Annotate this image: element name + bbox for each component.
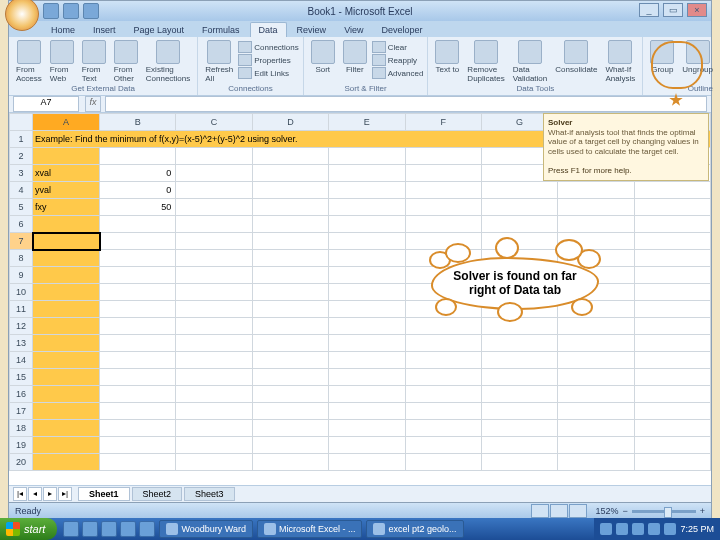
cell-A10[interactable] (33, 284, 100, 301)
column-header-B[interactable]: B (100, 114, 176, 131)
cell-B13[interactable] (100, 335, 176, 352)
cell-F3[interactable] (405, 165, 481, 182)
tray-icon[interactable] (616, 523, 628, 535)
sheet-nav-last[interactable]: ▸| (58, 487, 72, 501)
cell-F14[interactable] (405, 352, 481, 369)
cell-C20[interactable] (176, 454, 252, 471)
cell-C5[interactable] (176, 199, 252, 216)
cell-I6[interactable] (634, 216, 710, 233)
cell-C7[interactable] (176, 233, 252, 250)
cell-A3[interactable]: xval (33, 165, 100, 182)
ql-icon[interactable] (120, 521, 136, 537)
cell-D14[interactable] (252, 352, 328, 369)
row-header-17[interactable]: 17 (10, 403, 33, 420)
cell-I14[interactable] (634, 352, 710, 369)
ribbon-consolidate[interactable]: Consolidate (552, 39, 600, 84)
cell-D18[interactable] (252, 420, 328, 437)
cell-I10[interactable] (634, 284, 710, 301)
ribbon-sort[interactable]: Sort (308, 39, 338, 79)
cell-G10[interactable] (481, 284, 557, 301)
cell-B12[interactable] (100, 318, 176, 335)
ribbon-edit-links[interactable]: Edit Links (238, 67, 298, 79)
cell-E13[interactable] (329, 335, 405, 352)
cell-I13[interactable] (634, 335, 710, 352)
view-break-icon[interactable] (569, 504, 587, 518)
cell-G12[interactable] (481, 318, 557, 335)
view-normal-icon[interactable] (531, 504, 549, 518)
cell-F11[interactable] (405, 301, 481, 318)
cell-H16[interactable] (558, 386, 634, 403)
taskbar-item[interactable]: excel pt2 geolo... (366, 520, 463, 538)
zoom-out-icon[interactable]: − (622, 506, 627, 516)
cell-B6[interactable] (100, 216, 176, 233)
cell-H20[interactable] (558, 454, 634, 471)
cell-G7[interactable] (481, 233, 557, 250)
name-box[interactable]: A7 (13, 96, 79, 112)
cell-A5[interactable]: fxy (33, 199, 100, 216)
cell-F18[interactable] (405, 420, 481, 437)
cell-D20[interactable] (252, 454, 328, 471)
cell-C9[interactable] (176, 267, 252, 284)
taskbar-item[interactable]: Woodbury Ward (159, 520, 253, 538)
cell-B7[interactable] (100, 233, 176, 250)
ql-icon[interactable] (139, 521, 155, 537)
cell-E7[interactable] (329, 233, 405, 250)
row-header-10[interactable]: 10 (10, 284, 33, 301)
cell-G18[interactable] (481, 420, 557, 437)
cell-E5[interactable] (329, 199, 405, 216)
formula-bar[interactable] (105, 96, 707, 112)
cell-E3[interactable] (329, 165, 405, 182)
tab-insert[interactable]: Insert (85, 23, 124, 37)
tray-icon[interactable] (664, 523, 676, 535)
tab-home[interactable]: Home (43, 23, 83, 37)
cell-F17[interactable] (405, 403, 481, 420)
cell-C19[interactable] (176, 437, 252, 454)
row-header-2[interactable]: 2 (10, 148, 33, 165)
cell-A11[interactable] (33, 301, 100, 318)
cell-G15[interactable] (481, 369, 557, 386)
ribbon-text-to-columns[interactable]: Text to (432, 39, 462, 84)
cell-E2[interactable] (329, 148, 405, 165)
cell-H6[interactable] (558, 216, 634, 233)
cell-B20[interactable] (100, 454, 176, 471)
cell-D17[interactable] (252, 403, 328, 420)
ribbon-refresh-all[interactable]: Refresh All (202, 39, 236, 84)
cell-F5[interactable] (405, 199, 481, 216)
tray-icon[interactable] (600, 523, 612, 535)
cell-B14[interactable] (100, 352, 176, 369)
ribbon-remove-duplicates[interactable]: Remove Duplicates (464, 39, 507, 84)
close-button[interactable]: × (687, 3, 707, 17)
row-header-4[interactable]: 4 (10, 182, 33, 199)
cell-E14[interactable] (329, 352, 405, 369)
row-header-13[interactable]: 13 (10, 335, 33, 352)
cell-G6[interactable] (481, 216, 557, 233)
cell-D19[interactable] (252, 437, 328, 454)
ribbon-from-text[interactable]: From Text (79, 39, 109, 84)
cell-A18[interactable] (33, 420, 100, 437)
cell-A6[interactable] (33, 216, 100, 233)
cell-D9[interactable] (252, 267, 328, 284)
cell-G9[interactable] (481, 267, 557, 284)
tray-icon[interactable] (648, 523, 660, 535)
tab-developer[interactable]: Developer (373, 23, 430, 37)
minimize-button[interactable]: _ (639, 3, 659, 17)
cell-B10[interactable] (100, 284, 176, 301)
cell-D12[interactable] (252, 318, 328, 335)
row-header-11[interactable]: 11 (10, 301, 33, 318)
cell-I11[interactable] (634, 301, 710, 318)
cell-C10[interactable] (176, 284, 252, 301)
cell-F15[interactable] (405, 369, 481, 386)
ribbon-from-web[interactable]: From Web (47, 39, 77, 84)
cell-G11[interactable] (481, 301, 557, 318)
cell-H10[interactable] (558, 284, 634, 301)
ribbon-ungroup[interactable]: Ungroup (679, 39, 716, 75)
cell-H7[interactable] (558, 233, 634, 250)
cell-F6[interactable] (405, 216, 481, 233)
ribbon-from-other-sources[interactable]: From Other (111, 39, 141, 84)
cell-H17[interactable] (558, 403, 634, 420)
sheet-nav-prev[interactable]: ◂ (28, 487, 42, 501)
cell-C14[interactable] (176, 352, 252, 369)
row-header-16[interactable]: 16 (10, 386, 33, 403)
cell-B8[interactable] (100, 250, 176, 267)
ribbon-reapply[interactable]: Reapply (372, 54, 424, 66)
